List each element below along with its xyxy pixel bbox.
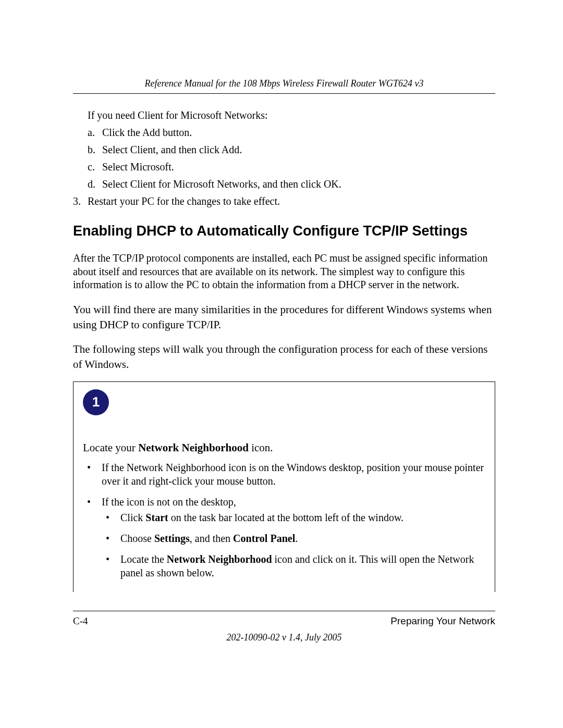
bold-text: Network Neighborhood xyxy=(167,553,272,565)
bold-text: Control Panel xyxy=(233,533,295,544)
bullet-marker: • xyxy=(106,532,120,545)
step-bullet-list: • If the Network Neighborhood icon is on… xyxy=(87,461,485,579)
sub-bullet-text: Click Start on the task bar located at t… xyxy=(120,511,403,524)
body-paragraph-1: After the TCP/IP protocol components are… xyxy=(73,252,495,292)
text-fragment: , and then xyxy=(190,533,233,544)
substep-text: Select Microsoft. xyxy=(102,161,174,173)
substep-marker: d. xyxy=(88,178,102,190)
step-3: 3.Restart your PC for the changes to tak… xyxy=(73,195,495,207)
sub-bullet-text: Locate the Network Neighborhood icon and… xyxy=(120,552,485,579)
substep-d: d.Select Client for Microsoft Networks, … xyxy=(88,178,495,190)
step-text: Restart your PC for the changes to take … xyxy=(88,195,280,207)
footer-doc-version: 202-10090-02 v 1.4, July 2005 xyxy=(73,632,495,643)
sub-bullet-text: Choose Settings, and then Control Panel. xyxy=(120,532,298,545)
bullet-item-2: • If the icon is not on the desktop, • C… xyxy=(87,495,485,579)
substep-b: b.Select Client, and then click Add. xyxy=(88,144,495,156)
sub-bullet-3: • Locate the Network Neighborhood icon a… xyxy=(106,552,485,579)
sub-bullet-list: • Click Start on the task bar located at… xyxy=(106,511,485,579)
restart-step: 3.Restart your PC for the changes to tak… xyxy=(73,195,495,207)
step-intro-post: icon. xyxy=(249,441,273,454)
bullet-item-1: • If the Network Neighborhood icon is on… xyxy=(87,461,485,488)
step-intro-pre: Locate your xyxy=(83,441,138,454)
step-intro: Locate your Network Neighborhood icon. xyxy=(83,441,485,454)
substep-c: c.Select Microsoft. xyxy=(88,161,495,173)
substep-text: Click the Add button. xyxy=(102,127,192,139)
section-heading: Enabling DHCP to Automatically Configure… xyxy=(73,223,495,239)
substep-marker: a. xyxy=(88,127,102,139)
body-paragraph-3: The following steps will walk you throug… xyxy=(73,342,495,372)
text-fragment: on the task bar located at the bottom le… xyxy=(168,512,403,523)
body-paragraph-2: You will find there are many similaritie… xyxy=(73,302,495,332)
header-divider xyxy=(73,93,495,94)
bullet-marker: • xyxy=(106,511,120,524)
bullet-text: If the Network Neighborhood icon is on t… xyxy=(102,461,485,488)
step-marker: 3. xyxy=(73,195,88,207)
bullet-marker: • xyxy=(106,552,120,579)
substep-text: Select Client for Microsoft Networks, an… xyxy=(102,178,341,190)
client-substeps: a.Click the Add button. b.Select Client,… xyxy=(88,127,495,190)
bullet-marker: • xyxy=(87,461,102,488)
text-fragment: Choose xyxy=(120,533,154,544)
step-intro-bold: Network Neighborhood xyxy=(138,441,249,454)
client-intro: If you need Client for Microsoft Network… xyxy=(88,109,495,121)
substep-marker: c. xyxy=(88,161,102,173)
footer-row: C-4 Preparing Your Network xyxy=(73,615,495,627)
bold-text: Settings xyxy=(154,533,190,544)
footer-divider xyxy=(73,611,495,611)
sub-bullet-1: • Click Start on the task bar located at… xyxy=(106,511,485,524)
text-fragment: . xyxy=(295,533,298,544)
bold-text: Start xyxy=(145,512,168,523)
running-header: Reference Manual for the 108 Mbps Wirele… xyxy=(73,78,495,89)
step-box-1: 1 Locate your Network Neighborhood icon.… xyxy=(73,381,495,592)
sub-bullet-2: • Choose Settings, and then Control Pane… xyxy=(106,532,485,545)
bullet-text: If the icon is not on the desktop, xyxy=(102,495,236,509)
substep-a: a.Click the Add button. xyxy=(88,127,495,139)
text-fragment: Click xyxy=(120,512,145,523)
step-number-badge: 1 xyxy=(83,389,109,415)
text-fragment: Locate the xyxy=(120,553,167,565)
bullet-marker: • xyxy=(87,495,102,509)
substep-text: Select Client, and then click Add. xyxy=(102,144,242,156)
page-number: C-4 xyxy=(73,615,88,627)
footer-section-name: Preparing Your Network xyxy=(390,615,495,627)
substep-marker: b. xyxy=(88,144,102,156)
